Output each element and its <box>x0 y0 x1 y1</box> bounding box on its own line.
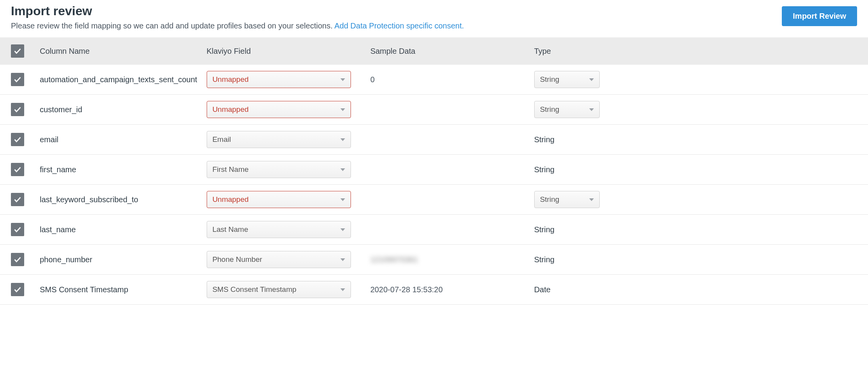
check-icon <box>13 225 22 234</box>
header-type: Type <box>530 37 868 65</box>
sample-data-value: 12109970361 <box>370 255 418 264</box>
table-row: SMS Consent TimestampSMS Consent Timesta… <box>0 275 868 305</box>
table-row: automation_and_campaign_texts_sent_count… <box>0 65 868 95</box>
klaviyo-field-select[interactable]: First Name <box>207 161 351 178</box>
chevron-down-icon <box>340 258 345 261</box>
type-select[interactable]: String <box>534 191 600 208</box>
select-all-checkbox[interactable] <box>11 44 24 58</box>
column-name-label: email <box>40 135 58 144</box>
type-label: String <box>534 225 554 234</box>
row-checkbox[interactable] <box>11 73 24 86</box>
field-mapping-table: Column Name Klaviyo Field Sample Data Ty… <box>0 37 868 305</box>
check-icon <box>13 195 22 204</box>
check-icon <box>13 47 22 55</box>
chevron-down-icon <box>340 228 345 231</box>
chevron-down-icon <box>340 108 345 111</box>
select-value: Last Name <box>213 225 248 234</box>
select-value: Email <box>213 135 231 144</box>
check-icon <box>13 255 22 264</box>
page-title: Import review <box>11 4 782 18</box>
klaviyo-field-select[interactable]: Unmapped <box>207 101 351 118</box>
table-row: phone_numberPhone Number12109970361Strin… <box>0 245 868 275</box>
select-value: Unmapped <box>213 75 249 84</box>
row-checkbox[interactable] <box>11 283 24 296</box>
header-column-name: Column Name <box>35 37 202 65</box>
chevron-down-icon <box>589 78 594 81</box>
column-name-label: customer_id <box>40 105 82 114</box>
import-review-button[interactable]: Import Review <box>782 6 857 26</box>
type-label: Date <box>534 285 551 294</box>
chevron-down-icon <box>589 108 594 111</box>
column-name-label: first_name <box>40 165 76 174</box>
type-select[interactable]: String <box>534 101 600 118</box>
select-value: String <box>540 75 560 84</box>
klaviyo-field-select[interactable]: Unmapped <box>207 191 351 208</box>
check-icon <box>13 105 22 114</box>
data-protection-consent-link[interactable]: Add Data Protection specific consent. <box>334 21 464 30</box>
select-value: Unmapped <box>213 105 249 114</box>
check-icon <box>13 285 22 294</box>
page-header: Import review Please review the field ma… <box>0 0 868 37</box>
table-row: emailEmailString <box>0 125 868 155</box>
column-name-label: automation_and_campaign_texts_sent_count <box>40 75 197 84</box>
table-row: customer_idUnmappedString <box>0 95 868 125</box>
select-value: Unmapped <box>213 195 249 204</box>
row-checkbox[interactable] <box>11 103 24 116</box>
select-value: First Name <box>213 165 249 174</box>
sample-data-value: 0 <box>370 75 375 84</box>
header-sample-data: Sample Data <box>366 37 530 65</box>
chevron-down-icon <box>340 168 345 171</box>
klaviyo-field-select[interactable]: Phone Number <box>207 251 351 268</box>
chevron-down-icon <box>589 198 594 201</box>
chevron-down-icon <box>340 138 345 141</box>
chevron-down-icon <box>340 198 345 201</box>
type-label: String <box>534 165 554 174</box>
select-value: SMS Consent Timestamp <box>213 285 296 294</box>
page-subtitle: Please review the field mapping so we ca… <box>11 21 782 30</box>
chevron-down-icon <box>340 288 345 291</box>
sample-data-value: 2020-07-28 15:53:20 <box>370 285 443 294</box>
klaviyo-field-select[interactable]: Email <box>207 131 351 148</box>
type-label: String <box>534 135 554 144</box>
klaviyo-field-select[interactable]: Last Name <box>207 221 351 238</box>
header-klaviyo-field: Klaviyo Field <box>202 37 366 65</box>
select-value: String <box>540 195 560 204</box>
column-name-label: phone_number <box>40 255 92 264</box>
row-checkbox[interactable] <box>11 133 24 146</box>
chevron-down-icon <box>340 78 345 81</box>
select-value: Phone Number <box>213 255 262 264</box>
row-checkbox[interactable] <box>11 193 24 206</box>
check-icon <box>13 75 22 84</box>
table-row: last_keyword_subscribed_toUnmappedString <box>0 185 868 215</box>
type-label: String <box>534 255 554 264</box>
klaviyo-field-select[interactable]: SMS Consent Timestamp <box>207 281 351 298</box>
table-header-row: Column Name Klaviyo Field Sample Data Ty… <box>0 37 868 65</box>
klaviyo-field-select[interactable]: Unmapped <box>207 71 351 88</box>
check-icon <box>13 165 22 174</box>
table-row: first_nameFirst NameString <box>0 155 868 185</box>
type-select[interactable]: String <box>534 71 600 88</box>
check-icon <box>13 135 22 144</box>
subtitle-text: Please review the field mapping so we ca… <box>11 21 334 30</box>
row-checkbox[interactable] <box>11 223 24 236</box>
row-checkbox[interactable] <box>11 163 24 176</box>
column-name-label: last_name <box>40 225 76 234</box>
table-row: last_nameLast NameString <box>0 215 868 245</box>
header-text-block: Import review Please review the field ma… <box>11 4 782 30</box>
column-name-label: SMS Consent Timestamp <box>40 285 128 294</box>
column-name-label: last_keyword_subscribed_to <box>40 195 138 204</box>
row-checkbox[interactable] <box>11 253 24 266</box>
select-value: String <box>540 105 560 114</box>
